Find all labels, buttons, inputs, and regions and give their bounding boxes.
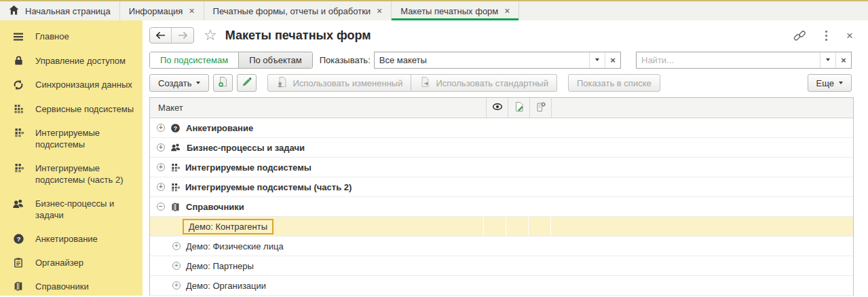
- more-button-label: Еще: [816, 78, 834, 88]
- back-button[interactable]: [150, 28, 172, 43]
- cell-empty: [551, 217, 853, 236]
- more-button[interactable]: Еще: [808, 74, 852, 92]
- column-header-template[interactable]: Макет: [150, 98, 486, 118]
- row-label: Демо: Организации: [186, 281, 266, 291]
- sidebar-item-business-processes[interactable]: Бизнес-процессы и задачи: [0, 192, 143, 227]
- show-filter-combobox: ×: [374, 52, 621, 69]
- tab-close-icon[interactable]: ×: [504, 6, 510, 16]
- document-gear-icon: [535, 101, 546, 114]
- nav-history-group: [149, 27, 194, 43]
- forward-button[interactable]: [172, 28, 193, 43]
- tree-row-catalogs[interactable]: Справочники: [150, 197, 853, 217]
- home-icon: [9, 5, 19, 17]
- expand-icon[interactable]: [172, 281, 181, 290]
- tree-row-demo-partners[interactable]: Демо: Партнеры: [150, 256, 853, 276]
- tab-bar: Начальная страница Информация × Печатные…: [0, 0, 868, 20]
- cell-empty: [551, 118, 853, 137]
- use-standard-button[interactable]: Использовать стандартный: [411, 74, 557, 92]
- subsystem-dots-icon: [12, 127, 25, 137]
- tab-print-forms-reports[interactable]: Печатные формы, отчеты и обработки ×: [204, 1, 392, 20]
- expand-icon[interactable]: [172, 262, 181, 270]
- subsystem-dots-icon: [170, 182, 180, 192]
- tab-print-form-templates[interactable]: Макеты печатных форм ×: [392, 1, 519, 20]
- cell-visibility: [484, 197, 506, 216]
- sidebar-item-main[interactable]: Главное: [0, 24, 143, 49]
- column-header-modified[interactable]: [508, 98, 529, 118]
- edit-template-button[interactable]: [237, 74, 257, 92]
- toolbar: Создать Использовать измененный: [143, 69, 868, 96]
- expand-icon[interactable]: [157, 183, 165, 191]
- collapse-icon[interactable]: [157, 203, 165, 211]
- create-button[interactable]: Создать: [149, 74, 209, 92]
- sidebar-item-data-sync[interactable]: Синхронизация данных: [0, 73, 143, 97]
- sidebar-item-access-control[interactable]: Управление доступом: [0, 49, 143, 73]
- show-in-list-button[interactable]: Показать в списке: [568, 74, 660, 92]
- copy-template-button[interactable]: [213, 74, 233, 92]
- more-menu-icon[interactable]: [825, 30, 828, 41]
- view-mode-switch: По подсистемам По объектам: [149, 52, 313, 69]
- tree-row-integrable-subsystems[interactable]: Интегрируемые подсистемы: [150, 158, 853, 177]
- use-template-group: Использовать измененный Использовать ста…: [267, 74, 557, 92]
- tab-label: Информация: [129, 6, 183, 16]
- row-label: Бизнес-процессы и задачи: [187, 143, 305, 153]
- sidebar: Главное Управление доступом Синхронизаци…: [0, 20, 143, 296]
- cell-modified: [506, 237, 528, 256]
- sidebar-item-catalogs[interactable]: Справочники: [0, 275, 143, 296]
- expand-icon[interactable]: [172, 242, 181, 250]
- tab-close-icon[interactable]: ×: [189, 6, 194, 16]
- tree-row-demo-counterparties[interactable]: Демо: Контрагенты: [150, 217, 853, 237]
- tree-row-integrable-subsystems-2[interactable]: Интегрируемые подсистемы (часть 2): [150, 177, 853, 197]
- cell-modified: [506, 217, 528, 236]
- tab-home[interactable]: Начальная страница: [0, 1, 120, 20]
- show-in-list-label: Показать в списке: [577, 78, 652, 88]
- tab-label: Начальная страница: [25, 6, 111, 16]
- link-icon[interactable]: [793, 29, 806, 42]
- row-label: Демо: Физические лица: [186, 241, 284, 251]
- sidebar-item-integrable-subsystems-2[interactable]: Интегрируемые подсистемы (часть 2): [0, 156, 143, 192]
- use-standard-label: Использовать стандартный: [436, 78, 548, 88]
- templates-tree-grid: Макет: [149, 97, 854, 296]
- tree-row-demo-organizations[interactable]: Демо: Организации: [150, 276, 853, 296]
- use-modified-button[interactable]: Использовать измененный: [267, 74, 411, 92]
- tree-row-business-processes[interactable]: Бизнес-процессы и задачи: [150, 138, 853, 158]
- sidebar-item-label: Справочники: [35, 281, 89, 292]
- sidebar-item-organizer[interactable]: Органайзер: [0, 251, 143, 275]
- column-header-visibility[interactable]: [486, 98, 508, 118]
- cell-standard: [529, 177, 550, 196]
- search-input[interactable]: [637, 52, 820, 68]
- sidebar-item-label: Сервисные подсистемы: [35, 103, 134, 115]
- sidebar-item-surveys[interactable]: ? Анкетирование: [0, 227, 143, 251]
- clear-x-icon: ×: [610, 55, 616, 65]
- tree-row-demo-individuals[interactable]: Демо: Физические лица: [150, 237, 853, 256]
- cell-empty: [551, 276, 853, 295]
- close-form-icon[interactable]: ×: [846, 30, 853, 41]
- svg-text:?: ?: [16, 235, 20, 243]
- expand-icon[interactable]: [157, 124, 165, 132]
- document-add-icon: [217, 76, 229, 90]
- cell-modified: [506, 177, 528, 196]
- cell-standard: [529, 158, 550, 177]
- cell-visibility: [484, 276, 506, 295]
- column-header-standard[interactable]: [529, 98, 551, 118]
- search-clear-button[interactable]: ×: [835, 52, 851, 68]
- tree-row-surveys[interactable]: ? Анкетирование: [150, 118, 853, 138]
- search-dropdown-arrow-button[interactable]: [820, 52, 835, 68]
- tab-information[interactable]: Информация ×: [120, 1, 204, 20]
- cell-visibility: [484, 256, 506, 275]
- form-header: ☆ Макеты печатных форм ×: [143, 20, 868, 50]
- selected-row-label: Демо: Контрагенты: [183, 219, 273, 234]
- show-filter-input[interactable]: [375, 52, 589, 68]
- cell-standard: [529, 256, 550, 275]
- sidebar-item-label: Главное: [35, 31, 69, 42]
- expand-icon[interactable]: [157, 163, 165, 171]
- sidebar-item-integrable-subsystems[interactable]: Интегрируемые подсистемы: [0, 121, 143, 156]
- cell-visibility: [484, 118, 506, 137]
- favorite-star-icon[interactable]: ☆: [204, 28, 217, 43]
- clear-button[interactable]: ×: [605, 52, 620, 68]
- expand-icon[interactable]: [157, 143, 165, 152]
- dropdown-arrow-button[interactable]: [589, 52, 605, 68]
- tab-close-icon[interactable]: ×: [377, 6, 382, 16]
- sidebar-item-service-subsystems[interactable]: Сервисные подсистемы: [0, 97, 143, 121]
- by-objects-button[interactable]: По объектам: [239, 52, 312, 68]
- by-subsystems-button[interactable]: По подсистемам: [150, 52, 239, 68]
